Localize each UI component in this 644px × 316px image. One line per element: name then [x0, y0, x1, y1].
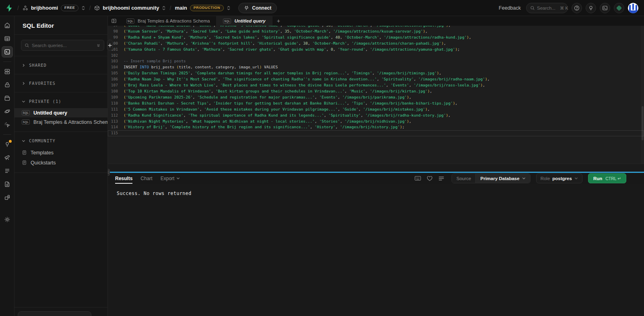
collapse-sidebar-button[interactable]	[108, 16, 120, 26]
code-text[interactable]: ('Kusum Sarovar', 'Mathura', 'Sacred lak…	[122, 29, 644, 35]
query-list-item[interactable]: SQL Untitled query	[14, 108, 107, 117]
rail-realtime[interactable]	[2, 119, 13, 130]
rail-edge-functions[interactable]	[2, 106, 13, 117]
code-line[interactable]: 104INSERT INTO brij_posts (title, conten…	[108, 64, 644, 70]
keyboard-shortcuts-icon[interactable]	[415, 176, 421, 181]
code-text[interactable]: ('History of Brij', 'Complete history of…	[122, 124, 644, 130]
code-text[interactable]: ('Charan Pahadi', 'Mathura', 'Krishna''s…	[122, 41, 644, 47]
notifications-button[interactable]	[586, 3, 596, 13]
code-text[interactable]	[122, 53, 644, 59]
global-search-input[interactable]	[537, 6, 558, 10]
code-text[interactable]: ('Top 10 Kirtan Mandalis of Vrindavan', …	[122, 88, 644, 94]
code-line[interactable]: 102	[108, 53, 644, 59]
rail-sql-editor[interactable]	[2, 46, 13, 57]
rail-api-docs[interactable]	[2, 179, 13, 190]
code-text[interactable]: ('Radha Kund Significance', 'The spiritu…	[122, 113, 644, 119]
code-text[interactable]: -- Insert sample Brij posts	[122, 58, 644, 64]
connect-button[interactable]: Connect	[238, 3, 277, 13]
code-line[interactable]: 112('Radha Kund Significance', 'The spir…	[108, 113, 644, 119]
community-quickstarts-item[interactable]: Quickstarts	[14, 158, 107, 168]
tab-export[interactable]: Export	[161, 173, 180, 184]
editor-horizontal-scroll-area[interactable]	[108, 164, 644, 172]
rail-storage[interactable]	[2, 92, 13, 104]
org-switcher-icon[interactable]	[81, 6, 85, 10]
database-select[interactable]: Primary Database	[475, 174, 530, 183]
code-text[interactable]: ('5 Common Mistakes in Vrindavan', 'Avoi…	[122, 107, 644, 113]
ai-assistant-button[interactable]	[614, 3, 624, 13]
code-line[interactable]: 105('Daily Darshan Timings 2025', 'Compl…	[108, 70, 644, 76]
sql-code-editor[interactable]: 97('Gokul - Nand Yashoda Bhavan', 'Gokul…	[108, 26, 644, 164]
rail-table-editor[interactable]	[2, 33, 13, 44]
community-templates-item[interactable]: Templates	[14, 148, 107, 158]
code-text[interactable]: ('Daily Darshan Timings 2025', 'Complete…	[122, 70, 644, 76]
rail-home[interactable]	[2, 20, 13, 31]
code-line[interactable]: 97('Gokul - Nand Yashoda Bhavan', 'Gokul…	[108, 26, 644, 29]
project-switcher-icon[interactable]	[162, 6, 166, 10]
code-line[interactable]: 114('History of Brij', 'Complete history…	[108, 124, 644, 130]
role-select[interactable]: Role postgres	[536, 173, 582, 183]
rail-database[interactable]	[2, 66, 13, 77]
code-text[interactable]: ('Upcoming Parikramas 2025-26', 'Schedul…	[122, 94, 644, 101]
code-text[interactable]: ('Banke Bihari Darshan - Secret Tips', '…	[122, 101, 644, 107]
code-line[interactable]: 111('5 Common Mistakes in Vrindavan', 'A…	[108, 107, 644, 113]
tab-chart[interactable]: Chart	[140, 173, 152, 184]
code-text[interactable]: ('Radha Kund + Shyam Kund', 'Mathura', '…	[122, 35, 644, 41]
help-button[interactable]	[572, 3, 582, 13]
rail-project-settings[interactable]	[2, 214, 13, 225]
code-line[interactable]: 108('Top 10 Kirtan Mandalis of Vrindavan…	[108, 88, 644, 94]
code-line[interactable]: 107('Braj Rass Leela - Where to Watch Li…	[108, 82, 644, 88]
supabase-logo-icon[interactable]	[5, 4, 14, 12]
code-text[interactable]: ('Braj Rass Leela - Where to Watch Live'…	[122, 82, 644, 88]
tab-schema-query[interactable]: SQL Braj Temples & Attractions Schema	[120, 16, 217, 26]
section-private-header[interactable]: PRIVATE (1)	[14, 97, 107, 105]
source-segment[interactable]: Source	[452, 174, 475, 183]
code-text[interactable]: ('Gokul - Nand Yashoda Bhavan', 'Gokul',…	[122, 26, 644, 29]
code-text[interactable]	[122, 130, 644, 136]
section-shared-header[interactable]: SHARED	[14, 61, 107, 69]
cli-button[interactable]	[600, 3, 610, 13]
org-crumb[interactable]: brijbhoomi FREE	[23, 5, 86, 11]
code-text[interactable]: INSERT INTO brij_posts (title, content, …	[122, 64, 644, 70]
section-favorites-header[interactable]: FAVORITES	[14, 79, 107, 87]
code-line[interactable]: 110('Banke Bihari Darshan - Secret Tips'…	[108, 101, 644, 107]
code-line[interactable]: 103-- Insert sample Brij posts	[108, 58, 644, 64]
feedback-button[interactable]: Feedback	[499, 5, 521, 11]
code-line[interactable]: 100('Charan Pahadi', 'Mathura', 'Krishna…	[108, 41, 644, 47]
code-text[interactable]: ('Yamuna Ghats - 7 Famous Ghats', 'Mathu…	[122, 47, 644, 53]
new-tab-button[interactable]: +	[272, 16, 285, 26]
branch-switcher-icon[interactable]	[227, 6, 231, 10]
run-query-button[interactable]: Run CTRL ↵	[588, 173, 626, 183]
favorite-heart-icon[interactable]	[427, 176, 433, 181]
code-line[interactable]: 98('Kusum Sarovar', 'Mathura', 'Sacred l…	[108, 29, 644, 35]
tab-results[interactable]: Results	[115, 173, 132, 184]
sidebar-bottom-card[interactable]	[18, 311, 91, 316]
editor-vertical-scrollbar[interactable]	[641, 26, 644, 164]
rail-integrations[interactable]	[2, 192, 13, 203]
query-list-item[interactable]: SQL Braj Temples & Attractions Schema	[14, 117, 107, 127]
code-line[interactable]: 113('Nidhivan Night Mysteries', 'What ha…	[108, 119, 644, 125]
code-line[interactable]: 115	[108, 130, 644, 136]
rail-advisors[interactable]	[2, 139, 13, 150]
rail-reports[interactable]	[2, 152, 13, 163]
results-toolbar: Results Chart Export	[108, 173, 644, 184]
project-crumb[interactable]: brijbhoomi community	[94, 5, 166, 11]
new-query-button[interactable]	[107, 40, 113, 51]
code-text[interactable]: ('Nidhivan Night Mysteries', 'What happe…	[122, 119, 644, 125]
code-line[interactable]: 99('Radha Kund + Shyam Kund', 'Mathura',…	[108, 35, 644, 41]
code-text[interactable]: ('Radha Naam Jap - Why It''s Most Sacred…	[122, 76, 644, 82]
query-search[interactable]	[21, 40, 104, 51]
global-search[interactable]: ⌘ K	[526, 3, 568, 13]
format-lines-icon[interactable]	[438, 176, 444, 181]
rail-logs[interactable]	[2, 165, 13, 176]
rail-auth[interactable]	[2, 79, 13, 90]
code-line[interactable]: 106('Radha Naam Jap - Why It''s Most Sac…	[108, 76, 644, 82]
scrollbar-thumb[interactable]	[642, 106, 644, 140]
section-community-header[interactable]: COMMUNITY	[14, 137, 107, 145]
query-search-input[interactable]	[32, 43, 94, 48]
role-value: postgres	[552, 176, 572, 181]
tab-untitled-query[interactable]: SQL Untitled query	[217, 16, 272, 26]
branch-crumb[interactable]: main PRODUCTION	[175, 5, 231, 11]
code-line[interactable]: 101('Yamuna Ghats - 7 Famous Ghats', 'Ma…	[108, 47, 644, 53]
user-avatar[interactable]	[628, 3, 638, 13]
code-line[interactable]: 109('Upcoming Parikramas 2025-26', 'Sche…	[108, 94, 644, 101]
